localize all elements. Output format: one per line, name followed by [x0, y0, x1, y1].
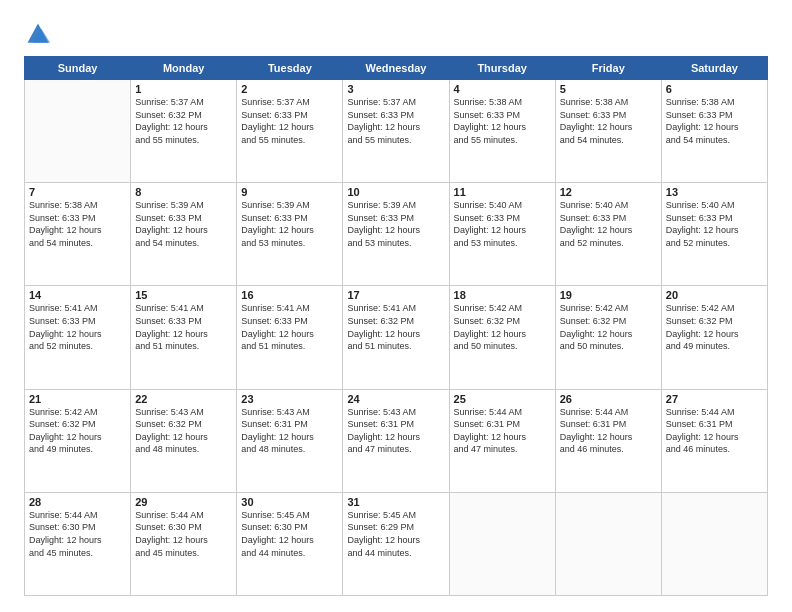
day-info: Sunrise: 5:37 AM Sunset: 6:33 PM Dayligh… [347, 96, 444, 146]
calendar-cell: 30Sunrise: 5:45 AM Sunset: 6:30 PM Dayli… [237, 492, 343, 595]
day-number: 21 [29, 393, 126, 405]
day-info: Sunrise: 5:40 AM Sunset: 6:33 PM Dayligh… [666, 199, 763, 249]
day-number: 8 [135, 186, 232, 198]
calendar-cell: 21Sunrise: 5:42 AM Sunset: 6:32 PM Dayli… [25, 389, 131, 492]
calendar-cell [25, 80, 131, 183]
calendar-cell: 2Sunrise: 5:37 AM Sunset: 6:33 PM Daylig… [237, 80, 343, 183]
calendar-cell: 31Sunrise: 5:45 AM Sunset: 6:29 PM Dayli… [343, 492, 449, 595]
calendar-week-row: 7Sunrise: 5:38 AM Sunset: 6:33 PM Daylig… [25, 183, 768, 286]
calendar-cell: 22Sunrise: 5:43 AM Sunset: 6:32 PM Dayli… [131, 389, 237, 492]
calendar-week-row: 1Sunrise: 5:37 AM Sunset: 6:32 PM Daylig… [25, 80, 768, 183]
day-number: 18 [454, 289, 551, 301]
day-number: 10 [347, 186, 444, 198]
calendar-cell: 3Sunrise: 5:37 AM Sunset: 6:33 PM Daylig… [343, 80, 449, 183]
day-number: 19 [560, 289, 657, 301]
day-number: 3 [347, 83, 444, 95]
weekday-header: Tuesday [237, 57, 343, 80]
weekday-header: Friday [555, 57, 661, 80]
day-info: Sunrise: 5:43 AM Sunset: 6:32 PM Dayligh… [135, 406, 232, 456]
day-info: Sunrise: 5:37 AM Sunset: 6:32 PM Dayligh… [135, 96, 232, 146]
calendar-cell [449, 492, 555, 595]
day-info: Sunrise: 5:43 AM Sunset: 6:31 PM Dayligh… [241, 406, 338, 456]
day-info: Sunrise: 5:44 AM Sunset: 6:31 PM Dayligh… [454, 406, 551, 456]
day-info: Sunrise: 5:41 AM Sunset: 6:33 PM Dayligh… [241, 302, 338, 352]
calendar-cell: 6Sunrise: 5:38 AM Sunset: 6:33 PM Daylig… [661, 80, 767, 183]
calendar-cell: 25Sunrise: 5:44 AM Sunset: 6:31 PM Dayli… [449, 389, 555, 492]
calendar-cell: 24Sunrise: 5:43 AM Sunset: 6:31 PM Dayli… [343, 389, 449, 492]
calendar-cell: 20Sunrise: 5:42 AM Sunset: 6:32 PM Dayli… [661, 286, 767, 389]
day-number: 4 [454, 83, 551, 95]
day-number: 16 [241, 289, 338, 301]
day-info: Sunrise: 5:42 AM Sunset: 6:32 PM Dayligh… [560, 302, 657, 352]
day-number: 26 [560, 393, 657, 405]
day-number: 9 [241, 186, 338, 198]
weekday-header: Monday [131, 57, 237, 80]
day-info: Sunrise: 5:45 AM Sunset: 6:29 PM Dayligh… [347, 509, 444, 559]
calendar-cell: 15Sunrise: 5:41 AM Sunset: 6:33 PM Dayli… [131, 286, 237, 389]
day-info: Sunrise: 5:39 AM Sunset: 6:33 PM Dayligh… [135, 199, 232, 249]
day-number: 1 [135, 83, 232, 95]
calendar-table: SundayMondayTuesdayWednesdayThursdayFrid… [24, 56, 768, 596]
day-number: 6 [666, 83, 763, 95]
day-info: Sunrise: 5:44 AM Sunset: 6:30 PM Dayligh… [135, 509, 232, 559]
calendar-cell: 19Sunrise: 5:42 AM Sunset: 6:32 PM Dayli… [555, 286, 661, 389]
day-info: Sunrise: 5:43 AM Sunset: 6:31 PM Dayligh… [347, 406, 444, 456]
weekday-header: Sunday [25, 57, 131, 80]
day-number: 27 [666, 393, 763, 405]
day-number: 29 [135, 496, 232, 508]
day-info: Sunrise: 5:44 AM Sunset: 6:30 PM Dayligh… [29, 509, 126, 559]
day-number: 30 [241, 496, 338, 508]
logo [24, 20, 56, 48]
day-number: 31 [347, 496, 444, 508]
calendar-cell: 14Sunrise: 5:41 AM Sunset: 6:33 PM Dayli… [25, 286, 131, 389]
day-info: Sunrise: 5:45 AM Sunset: 6:30 PM Dayligh… [241, 509, 338, 559]
weekday-header: Saturday [661, 57, 767, 80]
page: SundayMondayTuesdayWednesdayThursdayFrid… [0, 0, 792, 612]
day-info: Sunrise: 5:39 AM Sunset: 6:33 PM Dayligh… [241, 199, 338, 249]
calendar-cell: 12Sunrise: 5:40 AM Sunset: 6:33 PM Dayli… [555, 183, 661, 286]
day-info: Sunrise: 5:41 AM Sunset: 6:33 PM Dayligh… [135, 302, 232, 352]
calendar-week-row: 21Sunrise: 5:42 AM Sunset: 6:32 PM Dayli… [25, 389, 768, 492]
day-info: Sunrise: 5:42 AM Sunset: 6:32 PM Dayligh… [666, 302, 763, 352]
calendar-week-row: 28Sunrise: 5:44 AM Sunset: 6:30 PM Dayli… [25, 492, 768, 595]
calendar-cell: 8Sunrise: 5:39 AM Sunset: 6:33 PM Daylig… [131, 183, 237, 286]
day-info: Sunrise: 5:44 AM Sunset: 6:31 PM Dayligh… [666, 406, 763, 456]
calendar-cell: 9Sunrise: 5:39 AM Sunset: 6:33 PM Daylig… [237, 183, 343, 286]
day-info: Sunrise: 5:38 AM Sunset: 6:33 PM Dayligh… [454, 96, 551, 146]
day-number: 11 [454, 186, 551, 198]
calendar-cell: 23Sunrise: 5:43 AM Sunset: 6:31 PM Dayli… [237, 389, 343, 492]
logo-icon [24, 20, 52, 48]
calendar-cell: 1Sunrise: 5:37 AM Sunset: 6:32 PM Daylig… [131, 80, 237, 183]
calendar-cell: 18Sunrise: 5:42 AM Sunset: 6:32 PM Dayli… [449, 286, 555, 389]
day-info: Sunrise: 5:41 AM Sunset: 6:33 PM Dayligh… [29, 302, 126, 352]
day-number: 28 [29, 496, 126, 508]
calendar-cell: 16Sunrise: 5:41 AM Sunset: 6:33 PM Dayli… [237, 286, 343, 389]
day-info: Sunrise: 5:38 AM Sunset: 6:33 PM Dayligh… [29, 199, 126, 249]
day-number: 24 [347, 393, 444, 405]
calendar-cell: 26Sunrise: 5:44 AM Sunset: 6:31 PM Dayli… [555, 389, 661, 492]
day-info: Sunrise: 5:39 AM Sunset: 6:33 PM Dayligh… [347, 199, 444, 249]
day-number: 12 [560, 186, 657, 198]
weekday-header: Wednesday [343, 57, 449, 80]
day-info: Sunrise: 5:44 AM Sunset: 6:31 PM Dayligh… [560, 406, 657, 456]
day-number: 20 [666, 289, 763, 301]
calendar-cell: 13Sunrise: 5:40 AM Sunset: 6:33 PM Dayli… [661, 183, 767, 286]
day-number: 14 [29, 289, 126, 301]
calendar-cell: 29Sunrise: 5:44 AM Sunset: 6:30 PM Dayli… [131, 492, 237, 595]
calendar-cell [661, 492, 767, 595]
day-info: Sunrise: 5:42 AM Sunset: 6:32 PM Dayligh… [454, 302, 551, 352]
day-number: 17 [347, 289, 444, 301]
calendar-cell: 7Sunrise: 5:38 AM Sunset: 6:33 PM Daylig… [25, 183, 131, 286]
day-info: Sunrise: 5:42 AM Sunset: 6:32 PM Dayligh… [29, 406, 126, 456]
day-info: Sunrise: 5:40 AM Sunset: 6:33 PM Dayligh… [560, 199, 657, 249]
day-info: Sunrise: 5:38 AM Sunset: 6:33 PM Dayligh… [666, 96, 763, 146]
calendar-week-row: 14Sunrise: 5:41 AM Sunset: 6:33 PM Dayli… [25, 286, 768, 389]
day-number: 23 [241, 393, 338, 405]
day-number: 15 [135, 289, 232, 301]
calendar-cell: 4Sunrise: 5:38 AM Sunset: 6:33 PM Daylig… [449, 80, 555, 183]
day-info: Sunrise: 5:40 AM Sunset: 6:33 PM Dayligh… [454, 199, 551, 249]
day-number: 5 [560, 83, 657, 95]
day-number: 13 [666, 186, 763, 198]
day-number: 25 [454, 393, 551, 405]
day-number: 7 [29, 186, 126, 198]
